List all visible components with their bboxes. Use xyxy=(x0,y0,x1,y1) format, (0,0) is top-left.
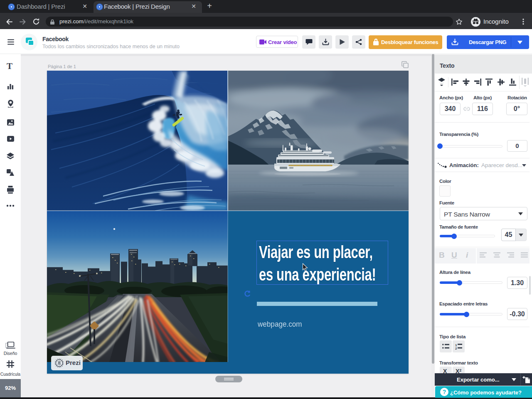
svg-text:2: 2 xyxy=(455,347,457,350)
svg-text:?: ? xyxy=(443,389,446,395)
